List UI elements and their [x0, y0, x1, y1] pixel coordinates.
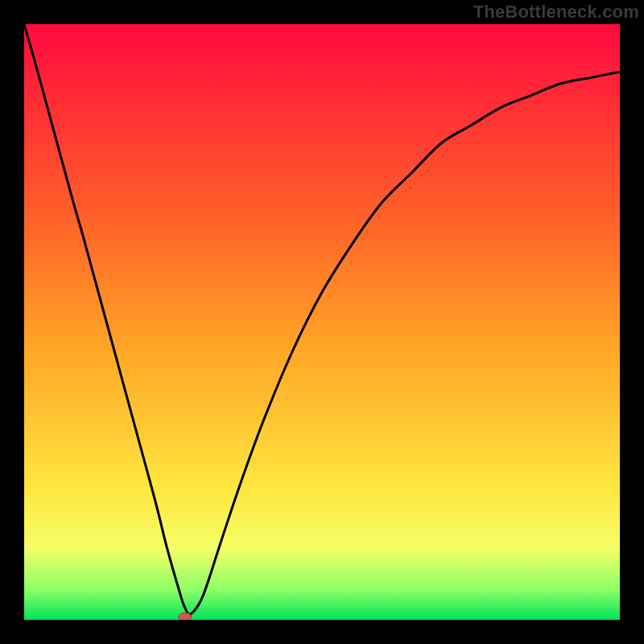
- gradient-background: [24, 24, 620, 620]
- chart-frame: TheBottleneck.com: [0, 0, 644, 644]
- watermark-text: TheBottleneck.com: [473, 2, 639, 23]
- plot-area: [24, 24, 620, 620]
- chart-svg: [24, 24, 620, 620]
- optimal-marker: [179, 613, 192, 620]
